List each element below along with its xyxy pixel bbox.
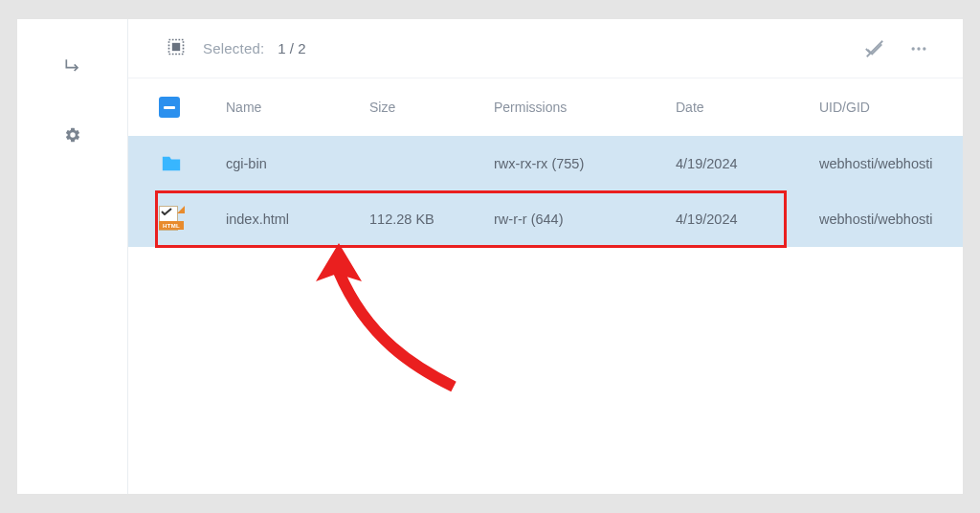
table-row[interactable]: HTML index.html 112.28 KB rw-r-r (644) 4… [128,191,963,247]
folder-icon [159,153,226,174]
file-permissions: rwx-rx-rx (755) [494,156,676,171]
select-all-checkbox[interactable] [159,97,180,118]
more-icon[interactable] [902,32,936,66]
selected-label: Selected: [203,40,264,56]
selected-count: 1 / 2 [278,40,305,56]
col-date[interactable]: Date [676,100,819,115]
col-permissions[interactable]: Permissions [494,100,676,115]
file-table: Name Size Permissions Date UID/GID cgi-b… [128,78,963,247]
file-date: 4/19/2024 [676,212,819,227]
svg-point-3 [912,47,915,50]
gear-icon[interactable] [51,113,95,157]
col-uidgid[interactable]: UID/GID [819,100,947,115]
main-panel: Selected: 1 / 2 Name Size Permissions Da… [128,19,963,494]
file-name: cgi-bin [226,156,369,171]
file-uidgid: webhosti/webhosti [819,212,947,227]
toolbar: Selected: 1 / 2 [128,19,963,78]
file-date: 4/19/2024 [676,156,819,171]
html-file-icon: HTML [159,206,226,233]
svg-point-4 [917,47,920,50]
svg-rect-0 [172,43,180,51]
sidebar [17,19,128,494]
col-name[interactable]: Name [226,100,369,115]
deselect-icon[interactable] [858,32,892,66]
svg-point-5 [923,47,925,50]
html-badge: HTML [159,221,184,230]
selection-icon[interactable] [167,37,186,59]
reply-arrow-icon[interactable] [51,44,95,88]
file-permissions: rw-r-r (644) [494,212,676,227]
file-name: index.html [226,212,369,227]
file-size: 112.28 KB [369,212,494,227]
file-uidgid: webhosti/webhosti [819,156,947,171]
annotation-arrow [310,243,473,396]
app-window: Selected: 1 / 2 Name Size Permissions Da… [17,19,963,494]
svg-marker-6 [316,243,362,281]
table-header: Name Size Permissions Date UID/GID [128,78,963,136]
col-size[interactable]: Size [369,100,494,115]
svg-line-2 [867,40,883,56]
table-row[interactable]: cgi-bin rwx-rx-rx (755) 4/19/2024 webhos… [128,136,963,191]
